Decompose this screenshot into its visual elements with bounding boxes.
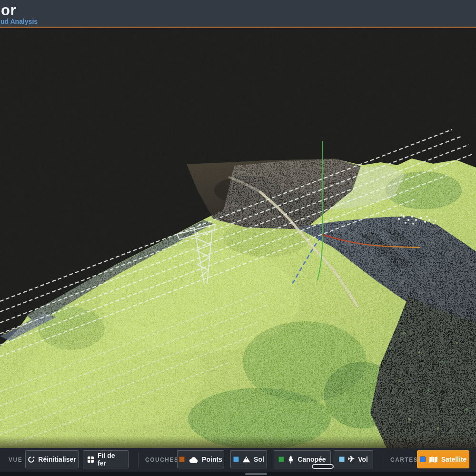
canopy-color-swatch [278,456,284,462]
layer-ground-label: Sol [254,456,264,463]
plane-icon: ✈ [348,455,355,463]
layer-points-label: Points [202,456,222,463]
refresh-icon [28,456,35,463]
layer-canopy-label: Canopée [298,456,326,463]
layer-ground-button[interactable]: Sol [230,450,267,468]
cloud-icon [188,456,198,463]
scrollbar-thumb[interactable] [245,473,267,475]
map-satellite-label: Satellite [441,456,467,463]
app-header: or ud Analysis [0,0,476,28]
toolbar-label-couches: COUCHES [145,448,179,472]
toolbar-divider [138,452,139,467]
toolbar-label-cartes: CARTES [390,448,418,472]
ground-color-swatch [233,456,239,462]
mountain-icon [242,456,250,463]
bottom-bar [0,472,476,476]
map-satellite-button[interactable]: Satellite [417,450,469,468]
point-cloud-canvas[interactable] [0,28,476,448]
toolbar-divider-2 [381,452,381,467]
layer-points-button[interactable]: Points [177,450,224,468]
points-color-swatch [179,456,185,462]
flight-color-swatch [339,456,345,462]
reset-view-label: Réinitialiser [38,456,76,463]
wireframe-button[interactable]: Fil de fer [83,450,129,468]
reset-view-button[interactable]: Réinitialiser [25,450,79,468]
tree-icon [288,456,294,464]
toolbar-label-vue: VUE [9,448,22,472]
satellite-color-swatch [420,456,426,462]
layer-flight-button[interactable]: ✈ Vol [334,450,373,468]
page-title: or [1,2,16,19]
layer-flight-label: Vol [358,456,368,463]
wireframe-grid-icon [87,456,94,463]
page-subtitle: ud Analysis [0,18,38,25]
scroll-pill[interactable] [312,464,334,469]
wireframe-label: Fil de fer [98,452,124,467]
toolbar: VUE Réinitialiser Fil de fer COUCHES [0,448,476,472]
bottom-shade [0,436,476,448]
map-icon [429,456,438,463]
